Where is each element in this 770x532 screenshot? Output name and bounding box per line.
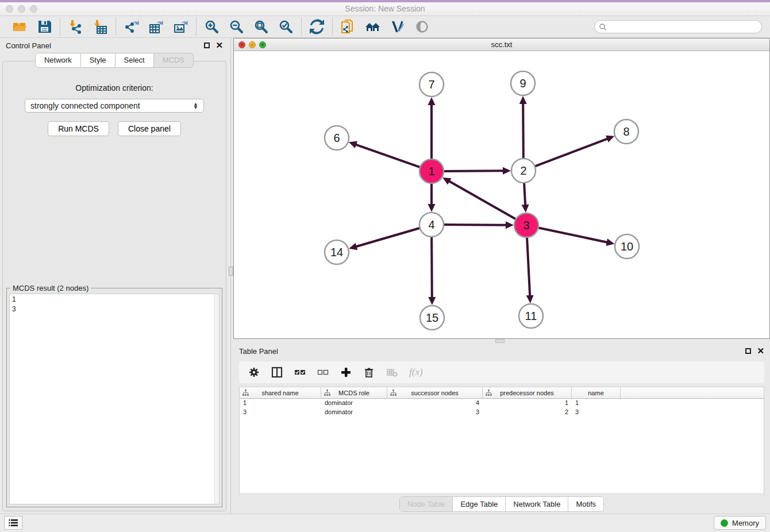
vertical-splitter[interactable] <box>229 38 233 514</box>
unselect-all-columns-icon[interactable] <box>317 367 329 378</box>
network-canvas[interactable]: 7968124314101511 <box>234 51 769 338</box>
vizmapper-icon[interactable] <box>390 19 405 34</box>
column-header-shared-name[interactable]: shared name <box>240 387 321 398</box>
zoom-fit-icon[interactable] <box>253 19 269 34</box>
apply-layout-icon[interactable] <box>309 19 325 34</box>
delete-table-icon <box>386 367 398 378</box>
show-hide-icon[interactable] <box>414 19 430 34</box>
mcds-result-text[interactable]: 1 3 <box>9 294 220 504</box>
network-zoom-icon[interactable]: + <box>259 41 266 48</box>
control-panel: Control Panel ✕ NetworkStyleSelectMCDS O… <box>0 38 229 514</box>
float-panel-icon[interactable] <box>204 43 210 48</box>
table-row[interactable]: 3dominator323 <box>240 408 764 417</box>
tab-edge-table[interactable]: Edge Table <box>452 497 505 511</box>
node-table[interactable]: shared nameMCDS rolesuccessor nodesprede… <box>239 387 764 494</box>
search-box[interactable] <box>594 20 762 33</box>
node-label-15: 15 <box>426 311 438 324</box>
edge-4-3[interactable] <box>442 225 507 225</box>
add-column-icon[interactable] <box>340 367 352 378</box>
network-minimize-icon[interactable]: − <box>249 41 256 48</box>
mcds-result-group: MCDS result (2 nodes) 1 3 <box>6 288 222 507</box>
edge-arrowhead <box>428 97 436 105</box>
minimize-window-button[interactable] <box>18 5 25 13</box>
edge-2-8[interactable] <box>533 138 608 167</box>
open-file-icon[interactable] <box>12 19 28 34</box>
zoom-out-icon[interactable] <box>229 19 244 34</box>
column-type-icon <box>242 390 249 396</box>
table-settings-icon[interactable] <box>248 367 260 378</box>
tab-network-table[interactable]: Network Table <box>505 497 568 511</box>
column-header-successor-nodes[interactable]: successor nodes <box>387 387 483 398</box>
edge-1-2[interactable] <box>442 171 504 171</box>
criterion-dropdown[interactable]: strongly connected component ▲▼ <box>25 99 204 113</box>
network-view-window: × − + scc.txt 7968124314101511 <box>233 38 770 339</box>
main-toolbar <box>0 16 770 38</box>
edge-2-3[interactable] <box>524 181 525 206</box>
window-controls <box>6 5 37 13</box>
tab-select[interactable]: Select <box>116 53 154 68</box>
table-cell[interactable]: 1 <box>240 399 321 408</box>
table-panel-title: Table Panel <box>239 347 278 356</box>
network-close-icon[interactable]: × <box>238 41 245 48</box>
table-row[interactable]: 1dominator411 <box>240 399 764 408</box>
result-scrollbar[interactable] <box>214 294 219 504</box>
table-header-row: shared nameMCDS rolesuccessor nodesprede… <box>240 387 764 399</box>
save-session-icon[interactable] <box>37 19 52 34</box>
table-cell[interactable]: 2 <box>483 408 572 417</box>
splitter-handle[interactable] <box>229 267 233 276</box>
edge-1-6[interactable] <box>355 144 422 168</box>
zoom-selected-icon[interactable] <box>278 19 294 34</box>
float-panel-icon[interactable] <box>745 348 751 354</box>
table-cell[interactable]: dominator <box>321 399 387 408</box>
table-cell[interactable]: 3 <box>240 408 321 417</box>
select-all-columns-icon[interactable] <box>294 367 306 378</box>
memory-button[interactable]: Memory <box>714 516 766 530</box>
table-cell[interactable]: 3 <box>387 408 483 417</box>
close-window-button[interactable] <box>6 5 13 13</box>
table-cell[interactable]: 1 <box>483 399 572 408</box>
import-table-icon[interactable] <box>93 19 108 34</box>
run-mcds-button[interactable]: Run MCDS <box>48 121 109 136</box>
zoom-window-button[interactable] <box>30 5 37 13</box>
network-window-titlebar[interactable]: × − + scc.txt <box>234 38 769 51</box>
open-in-ndex-icon[interactable] <box>340 19 356 34</box>
column-header-name[interactable]: name <box>572 387 621 398</box>
tab-mcds[interactable]: MCDS <box>154 53 194 68</box>
tab-network[interactable]: Network <box>35 53 81 68</box>
show-columns-icon[interactable] <box>271 367 283 378</box>
table-cell[interactable]: 4 <box>387 399 483 408</box>
edge-3-11[interactable] <box>527 236 530 296</box>
delete-columns-icon[interactable] <box>363 367 375 378</box>
tab-motifs[interactable]: Motifs <box>568 497 603 511</box>
mcds-panel: Optimization criterion: strongly connect… <box>2 61 226 511</box>
export-table-icon[interactable] <box>148 19 164 34</box>
close-panel-icon[interactable]: ✕ <box>215 43 223 48</box>
edge-4-14[interactable] <box>356 228 422 246</box>
search-input[interactable] <box>610 23 757 31</box>
column-header-MCDS-role[interactable]: MCDS role <box>321 387 387 398</box>
export-image-icon[interactable] <box>173 19 188 34</box>
edge-3-1[interactable] <box>449 181 518 220</box>
ndex-browse-icon[interactable] <box>365 19 380 34</box>
app-titlebar: Session: New Session <box>0 2 770 16</box>
edge-arrowhead <box>526 295 534 303</box>
edge-4-15[interactable] <box>432 235 432 298</box>
edge-2-9[interactable] <box>523 103 523 160</box>
horizontal-splitter[interactable] <box>233 339 770 344</box>
export-network-icon[interactable] <box>124 19 139 34</box>
close-panel-button[interactable]: Close panel <box>118 121 181 136</box>
table-cell[interactable]: 3 <box>572 408 621 417</box>
zoom-in-icon[interactable] <box>204 19 220 34</box>
edge-3-10[interactable] <box>537 228 608 242</box>
task-history-button[interactable] <box>4 516 22 530</box>
table-cell[interactable]: dominator <box>321 408 387 417</box>
column-header-predecessor-nodes[interactable]: predecessor nodes <box>483 387 572 398</box>
network-window-title: scc.txt <box>234 38 769 51</box>
splitter-handle[interactable] <box>495 339 505 343</box>
close-panel-icon[interactable]: ✕ <box>757 348 764 354</box>
import-network-icon[interactable] <box>68 19 83 34</box>
tab-node-table[interactable]: Node Table <box>400 497 453 511</box>
table-cell[interactable]: 1 <box>572 399 621 408</box>
network-graph[interactable]: 7968124314101511 <box>234 51 769 338</box>
tab-style[interactable]: Style <box>81 53 116 68</box>
